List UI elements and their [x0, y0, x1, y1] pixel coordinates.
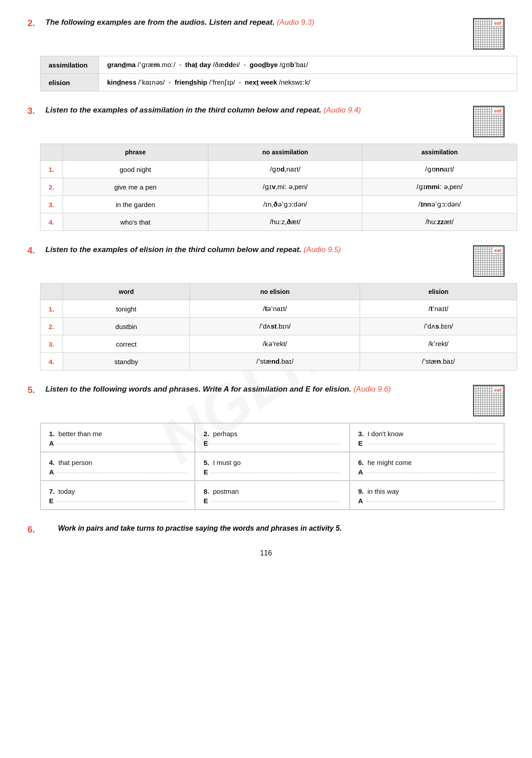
word-cell: correct	[63, 335, 190, 353]
phrase-cell: who's that	[63, 213, 208, 231]
section-2-title: The following examples are from the audi…	[45, 18, 473, 27]
table-row: assimilation grandma /ˈɡræm.moː/ - that …	[41, 56, 517, 74]
qr-code-5: eat	[473, 385, 505, 416]
section-6: 6. Work in pairs and take turns to pract…	[27, 524, 505, 535]
eat-label-3: eat	[493, 108, 503, 114]
list-item: 2. perhaps E	[195, 423, 349, 452]
table-row: 2. dustbin /ˈdʌst.bɪn/ /ˈdʌs.bɪn/	[41, 318, 517, 335]
list-item: 5. I must go E	[195, 452, 349, 481]
section-4-title: Listen to the examples of elision in the…	[45, 245, 473, 254]
table-row: 3. in the garden /ɪnˌðəˈɡɔːdən/ /ɪnnəˈɡɔ…	[41, 196, 517, 213]
section-3-title: Listen to the examples of assimilation i…	[45, 106, 473, 115]
list-item: 1. better than me A	[41, 423, 195, 452]
col-header-empty	[41, 144, 63, 161]
no-elision-cell: /kəˈrekt/	[190, 335, 360, 353]
no-assim-cell: /huːzˌðæt/	[208, 213, 362, 231]
assimilation-content: grandma /ˈɡræm.moː/ - that day /ðæddei/ …	[99, 56, 517, 74]
list-item: 4. that person A	[41, 452, 195, 481]
list-item: 7. today E	[41, 481, 195, 510]
elision-cell: /ˈstæn.baɪ/	[360, 353, 517, 370]
eat-label-5: eat	[493, 387, 503, 393]
section-5: 5. Listen to the following words and phr…	[27, 385, 505, 510]
table-row: 3. correct /kəˈrekt/ /kˈrekt/	[41, 335, 517, 353]
col-header-phrase: phrase	[63, 144, 208, 161]
table-row: 1. tonight /təˈnaɪt/ /tˈnaɪt/	[41, 300, 517, 318]
no-assim-cell: /ɡʊdˌnaɪt/	[208, 161, 362, 178]
col-header-elision: elision	[360, 284, 517, 300]
table-row: elision kindness /ˈkaɪnəs/ - friendship …	[41, 74, 517, 91]
no-assim-cell: /ɡɪvˌmiː əˌpen/	[208, 178, 362, 196]
assim-cell: /huːzzæt/	[362, 213, 517, 231]
section-4-audio: (Audio 9.5)	[303, 245, 341, 254]
section-6-number: 6.	[27, 524, 40, 535]
elision-table: word no elision elision 1. tonight /təˈn…	[40, 283, 517, 370]
assimilation-examples-table: assimilation grandma /ˈɡræm.moː/ - that …	[40, 56, 517, 91]
no-elision-cell: /ˈstænd.baɪ/	[190, 353, 360, 370]
elision-label: elision	[41, 74, 99, 91]
phrase-cell: give me a pen	[63, 178, 208, 196]
section-2-number: 2.	[27, 18, 40, 28]
word-cell: standby	[63, 353, 190, 370]
word-cell: tonight	[63, 300, 190, 318]
elision-cell: /tˈnaɪt/	[360, 300, 517, 318]
no-assim-cell: /ɪnˌðəˈɡɔːdən/	[208, 196, 362, 213]
section-6-text: Work in pairs and take turns to practise…	[58, 524, 342, 532]
section-2: 2. The following examples are from the a…	[27, 18, 505, 91]
section-5-number: 5.	[27, 385, 40, 395]
page-content: 2. The following examples are from the a…	[27, 18, 505, 557]
eat-label-2: eat	[493, 20, 503, 26]
assimilation-label: assimilation	[41, 56, 99, 74]
activity5-items: 1. better than me A 2. perhaps E 3. I do…	[40, 423, 505, 510]
section-4: 4. Listen to the examples of elision in …	[27, 245, 505, 370]
qr-code-4: eat	[473, 245, 505, 277]
col-header-word: word	[63, 284, 190, 300]
elision-cell: /kˈrekt/	[360, 335, 517, 353]
table-row: 4. who's that /huːzˌðæt/ /huːzzæt/	[41, 213, 517, 231]
assimilation-table: phrase no assimilation assimilation 1. g…	[40, 144, 517, 231]
table-row: 1. good night /ɡʊdˌnaɪt/ /ɡʊnnaɪt/	[41, 161, 517, 178]
col-header-assim: assimilation	[362, 144, 517, 161]
table-row: 2. give me a pen /ɡɪvˌmiː əˌpen/ /ɡɪmmiː…	[41, 178, 517, 196]
elision-content: kindness /ˈkaɪnəs/ - friendship /ˈfrenʃɪ…	[99, 74, 517, 91]
col-header-empty	[41, 284, 63, 300]
list-item: 9. in this way A	[350, 481, 504, 510]
section-5-audio: (Audio 9.6)	[353, 385, 391, 393]
page-number: 116	[27, 549, 505, 557]
assim-cell: /ɪnnəˈɡɔːdən/	[362, 196, 517, 213]
no-elision-cell: /ˈdʌst.bɪn/	[190, 318, 360, 335]
col-header-no-elision: no elision	[190, 284, 360, 300]
qr-code-2: eat	[473, 18, 505, 50]
no-elision-cell: /təˈnaɪt/	[190, 300, 360, 318]
phrase-cell: in the garden	[63, 196, 208, 213]
section-3-audio: (Audio 9.4)	[324, 106, 361, 114]
list-item: 3. I don't know E	[350, 423, 504, 452]
section-3-number: 3.	[27, 106, 40, 116]
word-cell: dustbin	[63, 318, 190, 335]
phrase-cell: good night	[63, 161, 208, 178]
section-2-audio: (Audio 9.3)	[277, 18, 314, 27]
qr-code-3: eat	[473, 106, 505, 137]
list-item: 6. he might come A	[350, 452, 504, 481]
section-5-title: Listen to the following words and phrase…	[45, 385, 473, 394]
assim-cell: /ɡʊnnaɪt/	[362, 161, 517, 178]
list-item: 8. postman E	[195, 481, 349, 510]
col-header-no-assim: no assimilation	[208, 144, 362, 161]
section-4-number: 4.	[27, 245, 40, 256]
eat-label-4: eat	[493, 247, 503, 253]
assim-cell: /ɡɪmmiː əˌpen/	[362, 178, 517, 196]
section-3: 3. Listen to the examples of assimilatio…	[27, 106, 505, 231]
elision-cell: /ˈdʌs.bɪn/	[360, 318, 517, 335]
table-row: 4. standby /ˈstænd.baɪ/ /ˈstæn.baɪ/	[41, 353, 517, 370]
